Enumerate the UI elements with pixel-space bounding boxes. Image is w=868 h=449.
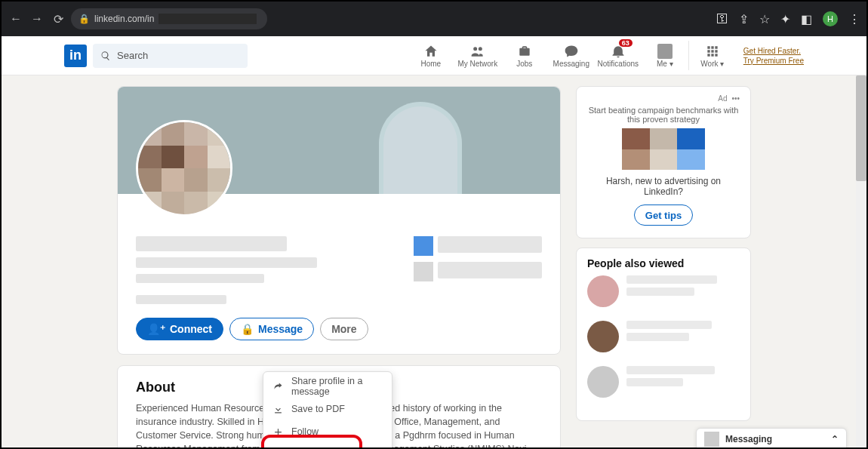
connect-button[interactable]: 👤⁺Connect bbox=[136, 318, 223, 340]
nav-me[interactable]: Me ▾ bbox=[642, 36, 688, 75]
messaging-dock[interactable]: Messaging ⌃ bbox=[696, 428, 847, 449]
message-button[interactable]: 🔒Message bbox=[229, 318, 314, 340]
page-scrollbar[interactable] bbox=[856, 75, 866, 449]
pav-item[interactable] bbox=[587, 275, 740, 307]
get-tips-button[interactable]: Get tips bbox=[634, 205, 693, 226]
extensions-icon[interactable]: ✦ bbox=[780, 12, 790, 26]
nav-network[interactable]: My Network bbox=[454, 36, 501, 75]
more-button[interactable]: More bbox=[320, 318, 368, 340]
nav-messaging[interactable]: Messaging bbox=[548, 36, 595, 75]
menu-save-pdf[interactable]: Save to PDF bbox=[263, 398, 392, 420]
notification-badge: 63 bbox=[619, 39, 633, 47]
ad-line: Harsh, new to advertising on LinkedIn? bbox=[587, 176, 740, 197]
download-icon bbox=[272, 404, 284, 415]
ad-label: Ad bbox=[718, 94, 727, 103]
panel-icon[interactable]: ◧ bbox=[801, 12, 812, 26]
premium-promo[interactable]: Get Hired Faster. Try Premium Free bbox=[736, 36, 804, 75]
people-also-viewed-card: People also viewed bbox=[576, 248, 751, 421]
profile-avatar[interactable]: H bbox=[823, 11, 838, 26]
browser-toolbar: ← → ⟳ 🔒 linkedin.com/in ⚿ ⇪ ☆ ✦ ◧ H ⋮ bbox=[2, 2, 866, 36]
menu-report-block[interactable]: Report / Block bbox=[263, 443, 392, 449]
nav-home[interactable]: Home bbox=[408, 36, 454, 75]
key-icon[interactable]: ⚿ bbox=[716, 12, 728, 26]
school-logo-redacted bbox=[414, 262, 433, 281]
menu-share-profile[interactable]: Share profile in a message bbox=[263, 375, 392, 398]
nav-work[interactable]: Work ▾ bbox=[689, 36, 736, 75]
nav-notifications[interactable]: 63Notifications bbox=[595, 36, 642, 75]
menu-follow[interactable]: Follow bbox=[263, 420, 392, 443]
star-icon[interactable]: ☆ bbox=[759, 12, 770, 26]
share-icon[interactable]: ⇪ bbox=[739, 12, 749, 26]
plus-icon bbox=[272, 426, 284, 438]
linkedin-logo[interactable]: in bbox=[64, 45, 87, 67]
more-dropdown: Share profile in a message Save to PDF F… bbox=[263, 371, 392, 449]
url-bar[interactable]: 🔒 linkedin.com/in bbox=[71, 8, 267, 29]
url-text: linkedin.com/in bbox=[94, 14, 154, 24]
share-arrow-icon bbox=[272, 381, 284, 392]
linkedin-nav: in Search Home My Network Jobs Messaging… bbox=[2, 36, 866, 75]
lock-icon: 🔒 bbox=[78, 14, 90, 24]
back-icon[interactable]: ← bbox=[8, 11, 24, 27]
kebab-icon[interactable]: ⋮ bbox=[848, 12, 860, 26]
pav-heading: People also viewed bbox=[587, 257, 740, 269]
pav-item[interactable] bbox=[587, 366, 740, 398]
forward-icon[interactable]: → bbox=[29, 11, 45, 27]
search-placeholder: Search bbox=[117, 50, 148, 61]
search-input[interactable]: Search bbox=[93, 44, 248, 68]
ad-image bbox=[622, 128, 705, 170]
ad-tagline: Start beating campaign benchmarks with t… bbox=[587, 106, 740, 124]
pav-item[interactable] bbox=[587, 321, 740, 352]
ad-menu-icon[interactable]: ••• bbox=[731, 94, 740, 103]
ad-card: Ad••• Start beating campaign benchmarks … bbox=[576, 86, 751, 238]
chevron-up-icon: ⌃ bbox=[831, 434, 839, 444]
profile-location-redacted bbox=[136, 274, 264, 283]
search-icon bbox=[100, 51, 111, 61]
dock-avatar bbox=[704, 432, 719, 447]
company-logo-redacted bbox=[414, 236, 433, 256]
profile-connections-redacted bbox=[136, 295, 226, 304]
profile-headline-redacted bbox=[136, 257, 317, 268]
reload-icon[interactable]: ⟳ bbox=[50, 11, 66, 27]
profile-name-redacted bbox=[136, 236, 287, 251]
profile-card: 👤⁺Connect 🔒Message More bbox=[117, 86, 561, 355]
nav-jobs[interactable]: Jobs bbox=[501, 36, 548, 75]
url-redacted bbox=[159, 14, 257, 24]
